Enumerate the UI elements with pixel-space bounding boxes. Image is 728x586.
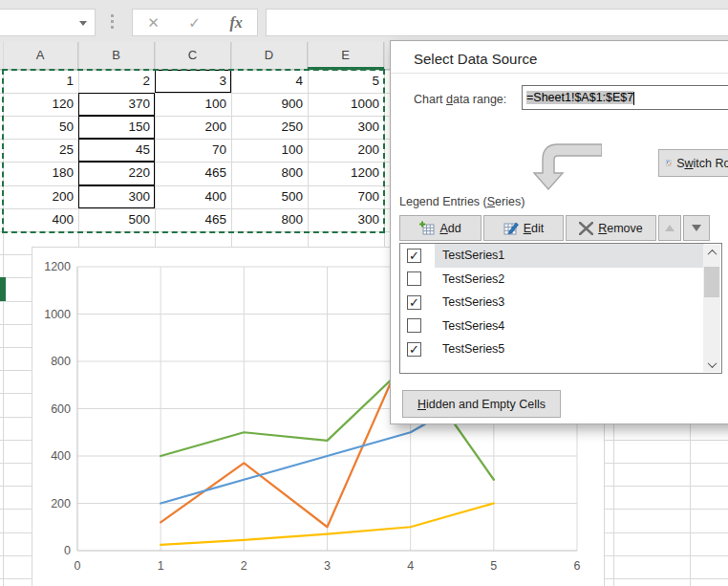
elbow-arrow-icon bbox=[529, 141, 602, 192]
scroll-down-button[interactable] bbox=[703, 357, 720, 372]
listbox-scrollbar[interactable] bbox=[703, 245, 720, 372]
series-name-label: TestSeries3 bbox=[442, 295, 504, 309]
axis-tick-label: 4 bbox=[407, 559, 414, 573]
series-name-label: TestSeries2 bbox=[442, 272, 504, 286]
hidden-and-empty-cells-button[interactable]: Hidden and Empty Cells bbox=[402, 390, 561, 418]
dialog-title-separator bbox=[391, 73, 728, 74]
series-list-item-TestSeries5[interactable]: ✓TestSeries5 bbox=[400, 337, 704, 361]
formula-bar: ✕ ✓ fx bbox=[0, 0, 728, 43]
remove-series-button[interactable]: Remove bbox=[566, 215, 656, 241]
series-list-item-TestSeries1[interactable]: ✓TestSeries1 bbox=[400, 244, 704, 268]
down-triangle-icon bbox=[692, 225, 701, 231]
series-checkbox-TestSeries3[interactable]: ✓ bbox=[407, 295, 421, 310]
series-name-label: TestSeries4 bbox=[442, 319, 504, 333]
axis-tick-label: 0 bbox=[64, 544, 71, 557]
axis-tick-label: 800 bbox=[51, 355, 71, 368]
name-box[interactable] bbox=[0, 9, 96, 36]
axis-tick-label: 2 bbox=[241, 559, 247, 573]
switch-row-column-icon bbox=[666, 155, 672, 171]
formula-input[interactable] bbox=[266, 9, 728, 36]
chevron-down-icon bbox=[707, 358, 717, 368]
series-checkbox-TestSeries5[interactable]: ✓ bbox=[407, 342, 421, 357]
move-series-up-button[interactable] bbox=[658, 215, 681, 241]
switch-row-column-button[interactable]: Switch Row/Column bbox=[658, 149, 728, 177]
series-name-label: TestSeries1 bbox=[442, 249, 504, 262]
axis-tick-label: 400 bbox=[51, 449, 71, 463]
chevron-up-icon bbox=[707, 249, 717, 258]
axis-tick-label: 6 bbox=[574, 559, 581, 573]
edit-icon bbox=[503, 221, 519, 235]
text-caret bbox=[633, 92, 634, 105]
select-data-source-dialog[interactable]: Select Data Source Chart data range: =Sh… bbox=[390, 40, 728, 424]
axis-tick-label: 3 bbox=[324, 559, 331, 573]
chart-data-range-input[interactable]: =Sheet1!$A$1:$E$7 bbox=[522, 85, 728, 110]
series-name-label: TestSeries5 bbox=[442, 342, 504, 356]
add-icon bbox=[419, 221, 435, 235]
axis-tick-label: 1 bbox=[158, 559, 164, 573]
series-list-item-TestSeries2[interactable]: TestSeries2 bbox=[400, 268, 704, 292]
column-header-D[interactable]: D bbox=[231, 42, 308, 69]
legend-entries-label: Legend Entries (Series) bbox=[399, 195, 525, 208]
series-list-item-TestSeries3[interactable]: ✓TestSeries3 bbox=[400, 291, 704, 315]
up-triangle-icon bbox=[665, 225, 674, 231]
enter-icon[interactable]: ✓ bbox=[188, 10, 201, 35]
range-selected-text: =Sheet1!$A$1:$E$7 bbox=[526, 91, 633, 104]
scrollbar-thumb[interactable] bbox=[704, 267, 719, 297]
chevron-down-icon[interactable] bbox=[79, 21, 87, 26]
axis-tick-label: 200 bbox=[51, 497, 71, 510]
column-header-B[interactable]: B bbox=[78, 42, 155, 69]
column-header-A[interactable]: A bbox=[3, 42, 78, 69]
axis-tick-label: 0 bbox=[75, 559, 81, 573]
axis-tick-label: 1200 bbox=[44, 260, 71, 273]
formula-button-group: ✕ ✓ fx bbox=[132, 9, 258, 36]
series-checkbox-TestSeries2[interactable] bbox=[407, 271, 421, 286]
axis-tick-label: 600 bbox=[51, 402, 71, 416]
selection-marching-ants bbox=[2, 69, 385, 233]
column-header-E[interactable]: E bbox=[308, 42, 384, 69]
add-series-button[interactable]: Add bbox=[399, 215, 482, 241]
cancel-icon[interactable]: ✕ bbox=[147, 10, 160, 35]
formula-bar-separator-dots bbox=[111, 14, 114, 32]
series-checkbox-TestSeries4[interactable] bbox=[407, 318, 421, 333]
remove-icon bbox=[579, 222, 593, 235]
active-cell-indicator bbox=[0, 277, 6, 300]
insert-function-icon[interactable]: fx bbox=[229, 10, 242, 35]
column-header-C[interactable]: C bbox=[155, 42, 231, 69]
move-series-down-button[interactable] bbox=[683, 215, 710, 241]
dialog-title: Select Data Source bbox=[414, 51, 537, 67]
series-list-item-TestSeries4[interactable]: TestSeries4 bbox=[400, 315, 704, 338]
scroll-up-button[interactable] bbox=[703, 245, 720, 260]
edit-series-button[interactable]: Edit bbox=[483, 215, 564, 241]
axis-tick-label: 1000 bbox=[44, 308, 71, 321]
series-listbox[interactable]: ✓TestSeries1TestSeries2✓TestSeries3TestS… bbox=[399, 243, 722, 374]
chart-data-range-label: Chart data range: bbox=[414, 93, 506, 106]
excel-window: ✕ ✓ fx ABCDE 123451203701009001000501502… bbox=[0, 0, 728, 586]
axis-tick-label: 5 bbox=[490, 559, 497, 573]
series-checkbox-TestSeries1[interactable]: ✓ bbox=[407, 249, 421, 263]
